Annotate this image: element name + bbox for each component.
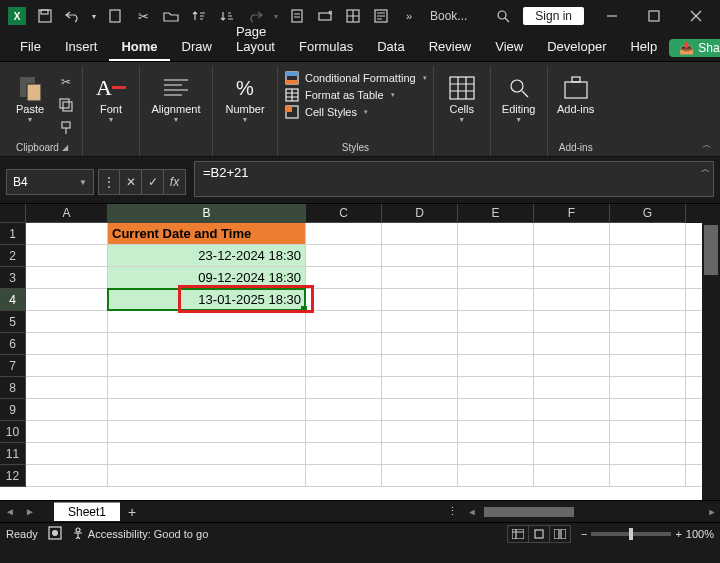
accessibility-status[interactable]: Accessibility: Good to go <box>72 527 208 541</box>
cell[interactable] <box>610 443 686 465</box>
cell[interactable] <box>458 421 534 443</box>
row-header[interactable]: 8 <box>0 377 26 399</box>
cell[interactable] <box>610 355 686 377</box>
alignment-button[interactable]: Alignment ▼ <box>146 70 206 123</box>
col-header[interactable]: F <box>534 204 610 223</box>
cell[interactable] <box>458 399 534 421</box>
cell[interactable] <box>26 311 108 333</box>
cell[interactable] <box>458 223 534 245</box>
cell[interactable] <box>458 267 534 289</box>
cell[interactable] <box>610 465 686 487</box>
search-icon[interactable] <box>491 4 515 28</box>
editing-button[interactable]: Editing ▼ <box>497 70 541 123</box>
tab-draw[interactable]: Draw <box>170 34 224 61</box>
cell[interactable] <box>306 245 382 267</box>
cell[interactable] <box>382 421 458 443</box>
cell[interactable] <box>382 465 458 487</box>
cell[interactable] <box>534 421 610 443</box>
cell[interactable] <box>382 223 458 245</box>
form-icon[interactable] <box>368 4 394 28</box>
new-file-icon[interactable] <box>102 4 128 28</box>
cell[interactable] <box>26 245 108 267</box>
addins-button[interactable]: Add-ins <box>554 70 598 116</box>
cell[interactable] <box>382 245 458 267</box>
cell[interactable] <box>534 377 610 399</box>
format-as-table-button[interactable]: Format as Table▾ <box>284 88 427 102</box>
cell[interactable] <box>610 311 686 333</box>
tab-data[interactable]: Data <box>365 34 416 61</box>
cell[interactable] <box>108 311 306 333</box>
sort-asc-icon[interactable] <box>186 4 212 28</box>
cell[interactable] <box>534 355 610 377</box>
row-header[interactable]: 5 <box>0 311 26 333</box>
scrollbar-thumb[interactable] <box>704 225 718 275</box>
add-sheet-button[interactable]: + <box>120 504 144 520</box>
cell[interactable] <box>458 355 534 377</box>
row-header[interactable]: 10 <box>0 421 26 443</box>
cell[interactable] <box>108 399 306 421</box>
cell[interactable] <box>108 421 306 443</box>
horizontal-scrollbar[interactable] <box>480 506 700 518</box>
font-button[interactable]: A Font ▼ <box>89 70 133 123</box>
cell[interactable] <box>534 311 610 333</box>
cell[interactable] <box>26 465 108 487</box>
select-all-corner[interactable] <box>0 204 26 223</box>
row-header[interactable]: 9 <box>0 399 26 421</box>
share-button[interactable]: 📤 Share ▼ <box>669 39 720 57</box>
tab-formulas[interactable]: Formulas <box>287 34 365 61</box>
expand-formula-bar-icon[interactable]: ︿ <box>701 163 710 176</box>
cell[interactable] <box>108 333 306 355</box>
view-normal-button[interactable] <box>507 525 529 543</box>
cell[interactable] <box>306 333 382 355</box>
cell[interactable] <box>610 377 686 399</box>
tab-help[interactable]: Help <box>618 34 669 61</box>
save-icon[interactable] <box>32 4 58 28</box>
cell[interactable] <box>26 443 108 465</box>
cell[interactable] <box>108 465 306 487</box>
tab-page-layout[interactable]: Page Layout <box>224 19 287 61</box>
cell[interactable] <box>26 377 108 399</box>
view-page-break-button[interactable] <box>549 525 571 543</box>
cell[interactable] <box>610 289 686 311</box>
cell-styles-button[interactable]: Cell Styles▾ <box>284 105 427 119</box>
sheet-nav-next-icon[interactable]: ► <box>20 502 40 522</box>
cell[interactable] <box>382 443 458 465</box>
cell[interactable] <box>458 289 534 311</box>
zoom-in-button[interactable]: + <box>675 528 681 540</box>
cell[interactable] <box>534 223 610 245</box>
cell[interactable] <box>26 399 108 421</box>
col-header[interactable]: C <box>306 204 382 223</box>
close-button[interactable] <box>676 2 716 30</box>
sign-in-button[interactable]: Sign in <box>523 7 584 25</box>
cell[interactable] <box>458 245 534 267</box>
cell[interactable] <box>108 443 306 465</box>
tab-home[interactable]: Home <box>109 34 169 61</box>
cells-area[interactable]: Current Date and Time23-12-2024 18:3009-… <box>26 223 720 500</box>
row-header[interactable]: 2 <box>0 245 26 267</box>
spreadsheet-grid[interactable]: ABCDEFG 123456789101112 Current Date and… <box>0 204 720 500</box>
formula-input[interactable]: =B2+21 <box>194 161 714 197</box>
cell[interactable] <box>306 223 382 245</box>
paste-button[interactable]: Paste ▼ <box>8 70 52 123</box>
open-icon[interactable] <box>158 4 184 28</box>
maximize-button[interactable] <box>634 2 674 30</box>
format-painter-button[interactable] <box>56 119 76 137</box>
cell[interactable] <box>382 333 458 355</box>
qat-overflow-icon[interactable]: » <box>396 4 422 28</box>
cell[interactable] <box>610 333 686 355</box>
cell[interactable] <box>26 223 108 245</box>
sheet-nav-prev-icon[interactable]: ◄ <box>0 502 20 522</box>
zoom-level[interactable]: 100% <box>686 528 714 540</box>
cell[interactable] <box>108 355 306 377</box>
cell[interactable] <box>108 377 306 399</box>
undo-dropdown-icon[interactable]: ▾ <box>88 4 100 28</box>
col-header[interactable]: E <box>458 204 534 223</box>
tab-file[interactable]: File <box>8 34 53 61</box>
cell[interactable] <box>306 267 382 289</box>
row-header[interactable]: 4 <box>0 289 26 311</box>
fx-button[interactable]: fx <box>164 169 186 195</box>
cell[interactable] <box>306 311 382 333</box>
cell[interactable] <box>458 333 534 355</box>
cell[interactable] <box>534 245 610 267</box>
cell[interactable]: 13-01-2025 18:30 <box>108 289 306 311</box>
